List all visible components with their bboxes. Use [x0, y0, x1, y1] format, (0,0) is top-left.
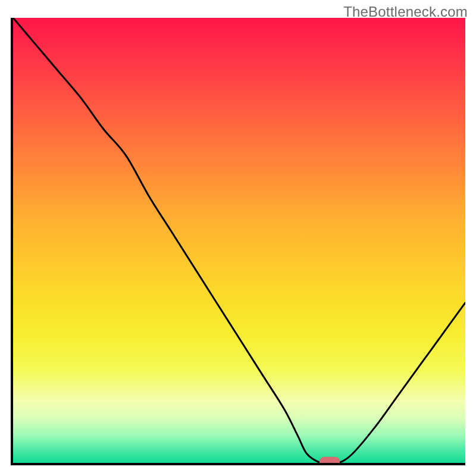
chart-svg	[13, 18, 465, 463]
plot-area	[11, 18, 465, 465]
bottleneck-curve	[13, 18, 465, 463]
optimal-point-marker	[320, 457, 340, 463]
chart-container: TheBottleneck.com	[0, 0, 476, 476]
watermark-text: TheBottleneck.com	[343, 4, 468, 20]
